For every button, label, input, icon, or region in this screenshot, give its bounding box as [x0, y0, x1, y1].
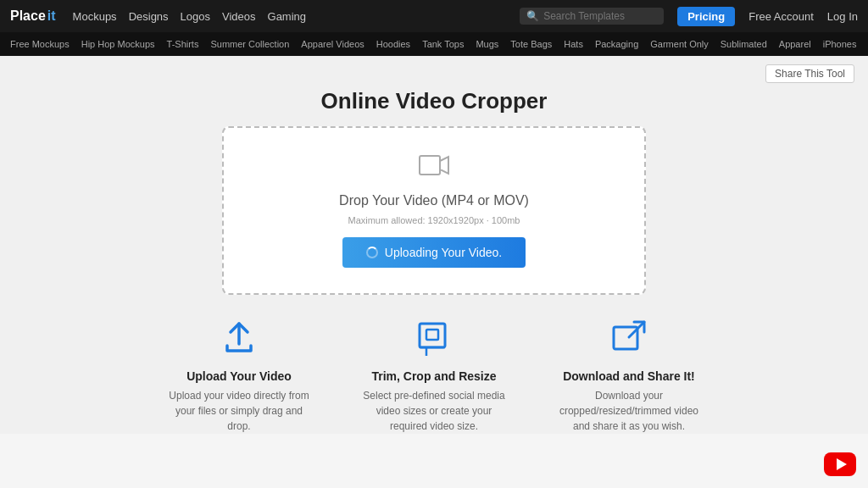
svg-rect-6 — [614, 327, 637, 349]
nav-videos[interactable]: Videos — [222, 10, 256, 23]
upload-area[interactable]: Drop Your Video (MP4 or MOV) Maximum all… — [222, 126, 646, 295]
feature-share-title: Download and Share It! — [557, 369, 701, 383]
max-allowed-text: Maximum allowed: 1920x1920px · 100mb — [348, 215, 520, 225]
page-title: Online Video Cropper — [0, 88, 868, 114]
logo[interactable]: Placeit — [10, 8, 56, 24]
svg-marker-1 — [440, 157, 448, 174]
feature-crop-desc: Select pre-defined social media video si… — [362, 388, 506, 434]
svg-rect-2 — [420, 324, 445, 347]
feature-share-desc: Download your cropped/resized/trimmed vi… — [557, 388, 701, 434]
cat-apparel-videos[interactable]: Apparel Videos — [301, 39, 364, 49]
cat-tank-tops[interactable]: Tank Tops — [422, 39, 464, 49]
top-navigation: Placeit Mockups Designs Logos Videos Gam… — [0, 0, 868, 32]
cat-garment[interactable]: Garment Only — [650, 39, 708, 49]
feature-crop-title: Trim, Crop and Resize — [362, 369, 506, 383]
nav-links: Mockups Designs Logos Videos Gaming — [73, 10, 507, 23]
feature-crop: Trim, Crop and Resize Select pre-defined… — [362, 319, 506, 434]
upload-button-label: Uploading Your Video. — [385, 246, 502, 259]
feature-share: Download and Share It! Download your cro… — [557, 319, 701, 434]
nav-mockups[interactable]: Mockups — [73, 10, 117, 23]
free-account-button[interactable]: Free Account — [748, 10, 814, 23]
share-tool-button[interactable]: Share This Tool — [765, 64, 854, 83]
cat-apparel[interactable]: Apparel — [779, 39, 811, 49]
share-tool-row: Share This Tool — [0, 64, 868, 88]
cat-hoodies[interactable]: Hoodies — [376, 39, 410, 49]
upload-icon — [167, 319, 311, 363]
upload-button[interactable]: Uploading Your Video. — [342, 237, 526, 268]
cat-free-mockups[interactable]: Free Mockups — [10, 39, 70, 49]
features-section: Upload Your Video Upload your video dire… — [0, 319, 868, 434]
pricing-button[interactable]: Pricing — [677, 7, 735, 26]
search-input[interactable] — [543, 10, 662, 22]
feature-upload-title: Upload Your Video — [167, 369, 311, 383]
youtube-icon[interactable] — [824, 452, 856, 476]
search-bar[interactable]: 🔍 — [520, 8, 664, 25]
nav-logos[interactable]: Logos — [181, 10, 210, 23]
cat-iphones[interactable]: iPhones — [823, 39, 857, 49]
cat-hats[interactable]: Hats — [564, 39, 583, 49]
login-button[interactable]: Log In — [827, 10, 858, 23]
video-file-icon — [419, 153, 449, 183]
drop-text: Drop Your Video (MP4 or MOV) — [339, 193, 529, 208]
feature-upload-desc: Upload your video directly from your fil… — [167, 388, 311, 434]
svg-rect-3 — [426, 330, 438, 340]
logo-place: Place — [10, 8, 46, 24]
cat-mugs[interactable]: Mugs — [476, 39, 498, 49]
cat-tshirts[interactable]: T-Shirts — [167, 39, 199, 49]
feature-upload: Upload Your Video Upload your video dire… — [167, 319, 311, 434]
cat-hip-hop[interactable]: Hip Hop Mockups — [81, 39, 155, 49]
svg-rect-0 — [420, 156, 440, 175]
nav-gaming[interactable]: Gaming — [268, 10, 307, 23]
cat-summer[interactable]: Summer Collection — [210, 39, 289, 49]
category-bar: Free Mockups Hip Hop Mockups T-Shirts Su… — [0, 32, 868, 56]
cat-packaging[interactable]: Packaging — [595, 39, 638, 49]
crop-icon — [362, 319, 506, 363]
nav-designs[interactable]: Designs — [129, 10, 169, 23]
cat-tote-bags[interactable]: Tote Bags — [510, 39, 552, 49]
cat-sublimated[interactable]: Sublimated — [721, 39, 767, 49]
main-content: Share This Tool Online Video Cropper Dro… — [0, 56, 868, 434]
search-icon: 🔍 — [526, 10, 539, 22]
loading-spinner — [366, 247, 378, 258]
share-icon — [557, 319, 701, 363]
logo-it: it — [47, 8, 56, 24]
